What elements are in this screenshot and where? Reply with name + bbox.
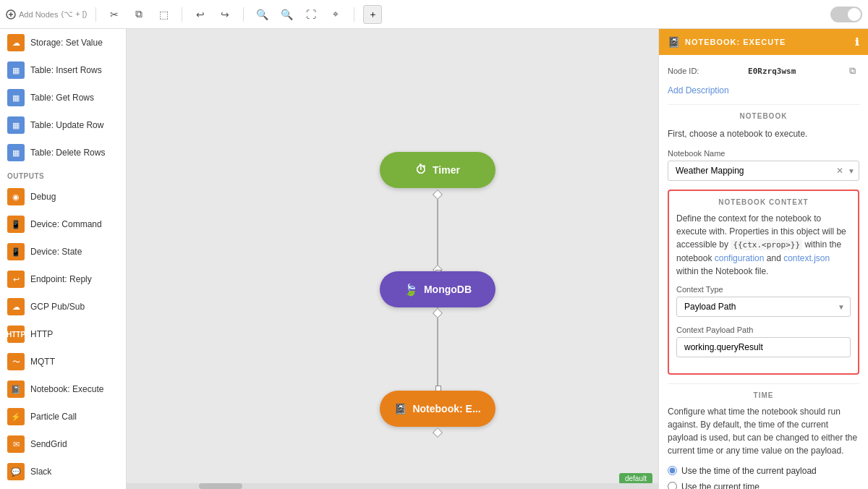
sidebar: ☁ Storage: Set Value ▦ Table: Insert Row… [0,29,127,489]
zoom-in-button[interactable]: 🔍 [277,5,296,24]
sidebar-item-http[interactable]: HTTP HTTP [0,320,126,348]
time-section-title: TIME [668,383,859,399]
context-type-select[interactable]: Payload Path [676,297,851,317]
table-insert-icon: ▦ [7,61,25,79]
sidebar-item-notebook-execute[interactable]: 📓 Notebook: Execute [0,375,126,403]
table-delete-icon: ▦ [7,144,25,161]
divider-4 [354,7,354,22]
mongodb-label: MongoDB [424,284,472,295]
undo-button[interactable]: ↩ [191,5,210,24]
sidebar-item-table-get-rows[interactable]: ▦ Table: Get Rows [0,84,126,111]
panel-header: 📓 NOTEBOOK: EXECUTE ℹ [659,29,868,55]
time-option-2-radio[interactable] [668,482,677,489]
sidebar-item-endpoint-reply[interactable]: ↩ Endpoint: Reply [0,265,126,293]
sidebar-item-slack[interactable]: 💬 Slack [0,458,126,485]
notebook-execute-icon: 📓 [7,380,25,398]
context-description: Define the context for the notebook to e… [676,212,851,278]
sidebar-item-table-insert-rows[interactable]: ▦ Table: Insert Rows [0,56,126,84]
canvas-scrollbar-thumb[interactable] [199,483,242,489]
sidebar-label-slack: Slack [30,467,51,477]
sidebar-label-table-delete: Table: Delete Rows [30,148,105,158]
add-icon [6,9,16,20]
fit-button[interactable]: ⛶ [302,5,320,24]
http-icon: HTTP [7,326,25,343]
mode-toggle[interactable] [830,7,862,22]
context-payload-path-label: Context Payload Path [676,326,851,334]
help-icon[interactable]: ℹ [855,36,859,48]
notebook-context-title: NOTEBOOK CONTEXT [676,198,851,206]
context-code: {{ctx.<prop>}} [731,239,802,250]
context-and: and [767,253,783,263]
canvas-scrollbar[interactable] [127,483,658,489]
notebook-name-clear[interactable]: ✕ [836,166,843,176]
canvas[interactable]: ⏱ Timer 🍃 MongoDB 📓 Notebook: E... defau… [127,29,658,489]
configuration-link[interactable]: configuration [715,253,765,263]
zoom-out-button[interactable]: 🔍 [252,5,271,24]
node-id-label: Node ID: [668,67,699,75]
device-command-icon: 📱 [7,216,25,233]
debug-icon: ◉ [7,188,25,205]
sidebar-label-http: HTTP [30,329,53,339]
add-description-link[interactable]: Add Description [668,85,859,95]
time-description: Configure what time the notebook should … [668,405,859,457]
reset-button[interactable]: ⌖ [326,5,345,24]
sidebar-item-table-update-row[interactable]: ▦ Table: Update Row [0,111,126,139]
sidebar-item-sendgrid[interactable]: ✉ SendGrid [0,430,126,458]
default-badge: default [619,473,652,484]
notebook-name-select[interactable]: Weather Mapping [668,161,859,181]
copy-button[interactable]: ⧉ [129,5,148,24]
notebook-intro-text: First, choose a notebook to execute. [668,127,859,140]
context-json-link[interactable]: context.json [783,253,830,263]
time-option-1-radio[interactable] [668,466,677,475]
notebook-node-label: Notebook: E... [412,403,480,414]
node-mongodb[interactable]: 🍃 MongoDB [380,271,495,307]
redo-button[interactable]: ↪ [216,5,234,24]
outputs-section-label: OUTPUTS [0,166,126,183]
paste-button[interactable]: ⬚ [154,5,173,24]
table-update-icon: ▦ [7,116,25,134]
sidebar-label-mqtt: MQTT [30,357,55,367]
sidebar-label-sendgrid: SendGrid [30,439,67,449]
sidebar-label-particle-call: Particle Call [30,412,77,422]
copy-node-id-button[interactable]: ⧉ [845,64,859,78]
sidebar-label-device-state: Device: State [30,247,82,257]
time-option-1-row: Use the time of the current payload [668,466,859,476]
sidebar-item-gcp-pub-sub[interactable]: ☁ GCP Pub/Sub [0,293,126,320]
cut-button[interactable]: ✂ [105,5,124,24]
sidebar-item-storage-set-value[interactable]: ☁ Storage: Set Value [0,29,126,56]
divider-1 [95,7,96,22]
sidebar-item-particle-call[interactable]: ⚡ Particle Call [0,403,126,430]
context-type-field: Context Type Payload Path [676,285,851,317]
sidebar-label-table-insert: Table: Insert Rows [30,65,102,75]
sidebar-item-device-command[interactable]: 📱 Device: Command [0,211,126,238]
notebook-name-field: Notebook Name Weather Mapping ✕ ▼ [668,149,859,181]
sidebar-item-device-state[interactable]: 📱 Device: State [0,238,126,265]
add-button[interactable]: ＋ [363,5,382,24]
sidebar-item-mqtt[interactable]: 〜 MQTT [0,348,126,375]
canvas-bottom: default [619,472,652,483]
context-payload-path-input[interactable] [676,337,851,357]
sidebar-label-table-update: Table: Update Row [30,120,103,130]
node-notebook[interactable]: 📓 Notebook: E... [380,391,495,427]
time-option-1-label: Use the time of the current payload [681,466,817,476]
panel-body: Node ID: E0Rzrq3wsm ⧉ Add Description NO… [659,55,868,489]
device-state-icon: 📱 [7,243,25,260]
divider-2 [182,7,182,22]
sidebar-label-notebook-execute: Notebook: Execute [30,384,103,394]
panel-title: NOTEBOOK: EXECUTE [685,38,786,46]
timer-label: Timer [433,164,460,176]
notebook-output-diamond [433,428,443,438]
context-suffix: within the Notebook file. [676,266,768,276]
toolbar: Add Nodes (⌥ + [) ✂ ⧉ ⬚ ↩ ↪ 🔍 🔍 ⛶ ⌖ ＋ [0,0,868,29]
time-option-2-row: Use the current time [668,482,859,490]
table-get-icon: ▦ [7,89,25,106]
panel-header-left: 📓 NOTEBOOK: EXECUTE [668,36,786,48]
sidebar-item-email[interactable]: ✉ Email [0,485,126,489]
sidebar-label-storage: Storage: Set Value [30,38,103,48]
node-timer[interactable]: ⏱ Timer [380,152,495,188]
add-nodes-button[interactable]: Add Nodes (⌥ + [) [6,9,87,20]
sidebar-item-table-delete-rows[interactable]: ▦ Table: Delete Rows [0,139,126,166]
timer-output-diamond [433,190,443,200]
sidebar-item-debug[interactable]: ◉ Debug [0,183,126,211]
mqtt-icon: 〜 [7,353,25,370]
